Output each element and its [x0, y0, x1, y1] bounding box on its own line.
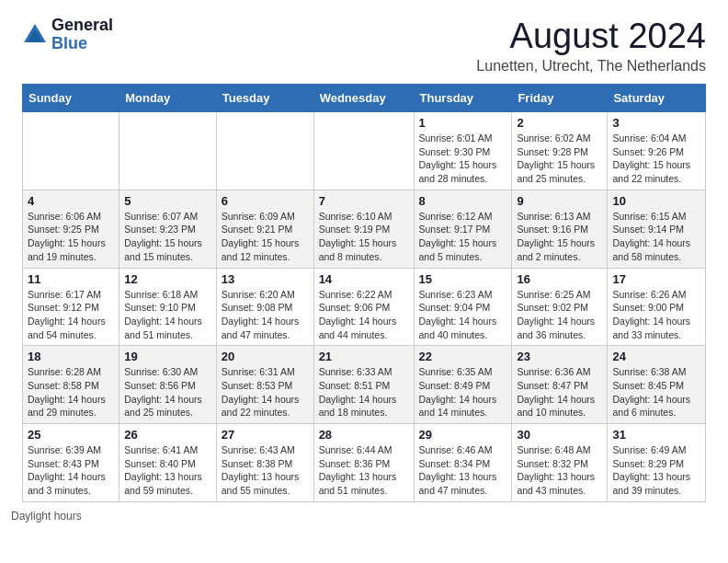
day-info: Sunrise: 6:13 AMSunset: 9:16 PMDaylight:… [517, 210, 602, 264]
day-number: 31 [612, 428, 700, 442]
day-number: 6 [222, 194, 309, 208]
day-number: 12 [124, 272, 211, 286]
day-info: Sunrise: 6:12 AMSunset: 9:17 PMDaylight:… [419, 210, 507, 264]
day-info: Sunrise: 6:44 AMSunset: 8:36 PMDaylight:… [319, 443, 409, 498]
calendar-cell: 1Sunrise: 6:01 AMSunset: 9:30 PMDaylight… [414, 112, 512, 190]
logo-text: General Blue [51, 17, 113, 53]
day-info: Sunrise: 6:39 AMSunset: 8:43 PMDaylight:… [28, 443, 114, 498]
calendar-cell: 13Sunrise: 6:20 AMSunset: 9:08 PMDayligh… [216, 268, 313, 346]
calendar-cell: 12Sunrise: 6:18 AMSunset: 9:10 PMDayligh… [119, 268, 217, 346]
calendar-cell: 29Sunrise: 6:46 AMSunset: 8:34 PMDayligh… [414, 424, 512, 502]
day-number: 23 [517, 350, 602, 363]
day-info: Sunrise: 6:26 AMSunset: 9:00 PMDaylight:… [612, 288, 700, 342]
calendar-cell: 5Sunrise: 6:07 AMSunset: 9:23 PMDaylight… [119, 190, 217, 268]
day-number: 15 [419, 272, 507, 286]
header: General Blue August 2024 Lunetten, Utrec… [0, 0, 728, 84]
day-info: Sunrise: 6:02 AMSunset: 9:28 PMDaylight:… [517, 132, 602, 186]
day-info: Sunrise: 6:17 AMSunset: 9:12 PMDaylight:… [28, 288, 114, 342]
calendar-row-3: 11Sunrise: 6:17 AMSunset: 9:12 PMDayligh… [23, 268, 706, 346]
col-thursday: Thursday [414, 85, 512, 112]
col-tuesday: Tuesday [216, 85, 313, 112]
day-number: 18 [28, 350, 114, 363]
calendar-cell: 15Sunrise: 6:23 AMSunset: 9:04 PMDayligh… [414, 268, 512, 346]
calendar-cell [216, 112, 313, 190]
day-info: Sunrise: 6:20 AMSunset: 9:08 PMDaylight:… [222, 288, 309, 342]
day-info: Sunrise: 6:30 AMSunset: 8:56 PMDaylight:… [124, 365, 211, 419]
calendar-row-2: 4Sunrise: 6:06 AMSunset: 9:25 PMDaylight… [23, 190, 706, 268]
calendar-cell: 10Sunrise: 6:15 AMSunset: 9:14 PMDayligh… [608, 190, 706, 268]
logo-icon [22, 22, 48, 48]
day-number: 1 [419, 116, 507, 130]
day-number: 19 [124, 350, 211, 363]
day-info: Sunrise: 6:15 AMSunset: 9:14 PMDaylight:… [612, 210, 700, 264]
day-info: Sunrise: 6:09 AMSunset: 9:21 PMDaylight:… [222, 210, 309, 264]
day-number: 17 [612, 272, 700, 286]
footer-text: Daylight hours [11, 510, 82, 523]
day-info: Sunrise: 6:31 AMSunset: 8:53 PMDaylight:… [222, 365, 309, 419]
day-number: 3 [612, 116, 700, 130]
col-friday: Friday [512, 85, 608, 112]
day-number: 5 [124, 194, 211, 208]
day-number: 8 [419, 194, 507, 208]
day-number: 11 [28, 272, 114, 286]
calendar-cell: 19Sunrise: 6:30 AMSunset: 8:56 PMDayligh… [119, 346, 217, 424]
page-container: General Blue August 2024 Lunetten, Utrec… [0, 0, 728, 530]
main-title: August 2024 [476, 17, 706, 56]
subtitle: Lunetten, Utrecht, The Netherlands [476, 58, 706, 75]
calendar-cell: 18Sunrise: 6:28 AMSunset: 8:58 PMDayligh… [23, 346, 119, 424]
day-info: Sunrise: 6:33 AMSunset: 8:51 PMDaylight:… [319, 365, 409, 419]
day-number: 28 [319, 428, 409, 442]
day-number: 24 [612, 350, 700, 363]
day-info: Sunrise: 6:07 AMSunset: 9:23 PMDaylight:… [124, 210, 211, 264]
calendar-cell: 21Sunrise: 6:33 AMSunset: 8:51 PMDayligh… [313, 346, 414, 424]
day-number: 2 [517, 116, 602, 130]
calendar-cell: 2Sunrise: 6:02 AMSunset: 9:28 PMDaylight… [512, 112, 608, 190]
day-info: Sunrise: 6:41 AMSunset: 8:40 PMDaylight:… [124, 443, 211, 498]
calendar-body: 1Sunrise: 6:01 AMSunset: 9:30 PMDaylight… [23, 112, 706, 502]
calendar-cell: 3Sunrise: 6:04 AMSunset: 9:26 PMDaylight… [608, 112, 706, 190]
col-monday: Monday [119, 85, 217, 112]
day-info: Sunrise: 6:18 AMSunset: 9:10 PMDaylight:… [124, 288, 211, 342]
day-info: Sunrise: 6:22 AMSunset: 9:06 PMDaylight:… [319, 288, 409, 342]
day-number: 26 [124, 428, 211, 442]
day-info: Sunrise: 6:01 AMSunset: 9:30 PMDaylight:… [419, 132, 507, 186]
day-info: Sunrise: 6:48 AMSunset: 8:32 PMDaylight:… [517, 443, 602, 498]
calendar-wrap: Sunday Monday Tuesday Wednesday Thursday… [0, 84, 728, 502]
day-info: Sunrise: 6:06 AMSunset: 9:25 PMDaylight:… [28, 210, 114, 264]
day-number: 21 [319, 350, 409, 363]
logo-general: General [51, 17, 113, 35]
calendar-cell: 25Sunrise: 6:39 AMSunset: 8:43 PMDayligh… [23, 424, 119, 502]
calendar-cell: 16Sunrise: 6:25 AMSunset: 9:02 PMDayligh… [512, 268, 608, 346]
calendar-cell: 24Sunrise: 6:38 AMSunset: 8:45 PMDayligh… [608, 346, 706, 424]
day-number: 20 [222, 350, 309, 363]
logo: General Blue [22, 17, 113, 53]
calendar-cell: 17Sunrise: 6:26 AMSunset: 9:00 PMDayligh… [608, 268, 706, 346]
day-number: 13 [222, 272, 309, 286]
day-info: Sunrise: 6:25 AMSunset: 9:02 PMDaylight:… [517, 288, 602, 342]
day-info: Sunrise: 6:04 AMSunset: 9:26 PMDaylight:… [612, 132, 700, 186]
day-info: Sunrise: 6:28 AMSunset: 8:58 PMDaylight:… [28, 365, 114, 419]
day-number: 4 [28, 194, 114, 208]
calendar-cell: 11Sunrise: 6:17 AMSunset: 9:12 PMDayligh… [23, 268, 119, 346]
day-info: Sunrise: 6:49 AMSunset: 8:29 PMDaylight:… [612, 443, 700, 498]
calendar-cell [119, 112, 217, 190]
day-number: 7 [319, 194, 409, 208]
day-number: 10 [612, 194, 700, 208]
day-number: 29 [419, 428, 507, 442]
day-info: Sunrise: 6:36 AMSunset: 8:47 PMDaylight:… [517, 365, 602, 419]
footer: Daylight hours [0, 502, 728, 530]
calendar-cell: 28Sunrise: 6:44 AMSunset: 8:36 PMDayligh… [313, 424, 414, 502]
calendar-row-1: 1Sunrise: 6:01 AMSunset: 9:30 PMDaylight… [23, 112, 706, 190]
day-number: 9 [517, 194, 602, 208]
day-info: Sunrise: 6:23 AMSunset: 9:04 PMDaylight:… [419, 288, 507, 342]
calendar-header: Sunday Monday Tuesday Wednesday Thursday… [23, 85, 706, 112]
col-sunday: Sunday [23, 85, 119, 112]
calendar-table: Sunday Monday Tuesday Wednesday Thursday… [22, 84, 706, 502]
calendar-cell: 26Sunrise: 6:41 AMSunset: 8:40 PMDayligh… [119, 424, 217, 502]
day-number: 30 [517, 428, 602, 442]
calendar-cell [23, 112, 119, 190]
day-info: Sunrise: 6:35 AMSunset: 8:49 PMDaylight:… [419, 365, 507, 419]
day-number: 16 [517, 272, 602, 286]
day-info: Sunrise: 6:46 AMSunset: 8:34 PMDaylight:… [419, 443, 507, 498]
col-saturday: Saturday [608, 85, 706, 112]
